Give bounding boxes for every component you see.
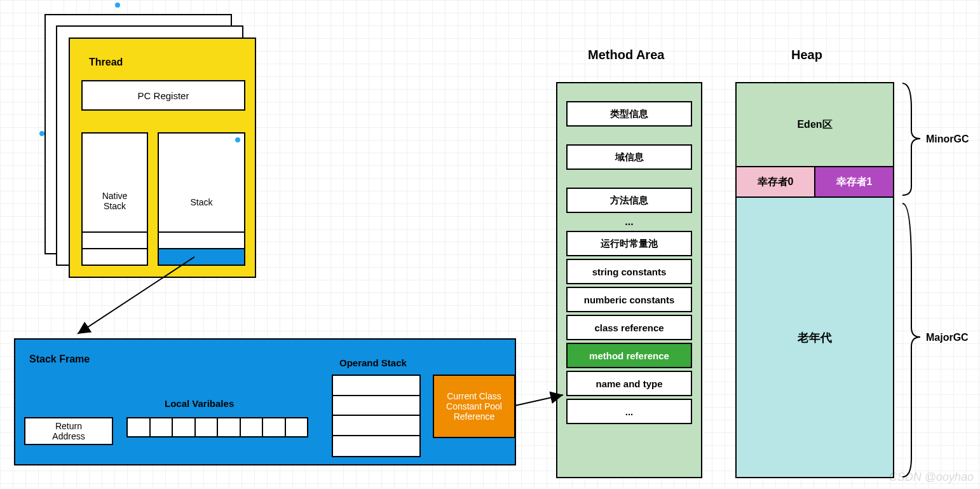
operand-stack-label: Operand Stack bbox=[339, 357, 407, 368]
watermark: CSDN @ooyhao bbox=[889, 471, 974, 484]
pc-register-box: PC Register bbox=[81, 80, 245, 111]
old-generation: 老年代 bbox=[737, 196, 893, 477]
current-class-constant-pool-ref-box: Current Class Constant Pool Reference bbox=[433, 375, 515, 438]
method-area-box: 类型信息 域信息 方法信息 ... 运行时常量池 string constant… bbox=[556, 82, 702, 478]
method-area-title: Method Area bbox=[588, 48, 664, 62]
heap-box: Eden区 幸存者0 幸存者1 老年代 bbox=[735, 82, 894, 478]
survivor-1: 幸存者1 bbox=[815, 166, 893, 196]
vm-stack-box: Stack bbox=[158, 132, 245, 266]
native-stack-box: NativeStack bbox=[81, 132, 148, 266]
vm-stack-row bbox=[159, 231, 244, 248]
method-area-item: 类型信息 bbox=[566, 101, 692, 127]
method-area-item: name and type bbox=[566, 371, 692, 396]
method-area-item: ... bbox=[566, 399, 692, 424]
local-variables-label: Local Varibales bbox=[165, 398, 234, 409]
thread-box: Thread PC Register NativeStack Stack bbox=[69, 38, 256, 278]
vm-stack-row-active bbox=[159, 248, 244, 265]
survivor-0: 幸存者0 bbox=[737, 166, 815, 196]
method-area-dots: ... bbox=[557, 213, 701, 231]
vm-stack-label: Stack bbox=[159, 197, 244, 207]
native-stack-label: NativeStack bbox=[83, 191, 147, 211]
method-area-item: 运行时常量池 bbox=[566, 231, 692, 256]
native-stack-row bbox=[83, 248, 147, 265]
minor-gc-label: MinorGC bbox=[926, 134, 969, 145]
eden-region: Eden区 bbox=[737, 83, 893, 166]
stack-frame-box: Stack Frame ReturnAddress Local Varibale… bbox=[14, 338, 516, 465]
survivor-row: 幸存者0 幸存者1 bbox=[737, 166, 893, 196]
selection-handle bbox=[39, 131, 44, 136]
method-area-item: 域信息 bbox=[566, 144, 692, 170]
method-area-item-highlight: method reference bbox=[566, 343, 692, 368]
method-area-item: string constants bbox=[566, 259, 692, 284]
method-area-item: 方法信息 bbox=[566, 188, 692, 213]
major-gc-label: MajorGC bbox=[926, 332, 969, 343]
native-stack-row bbox=[83, 231, 147, 248]
method-area-item: numberic constants bbox=[566, 287, 692, 312]
stack-frame-title: Stack Frame bbox=[29, 354, 90, 365]
selection-handle bbox=[115, 3, 120, 8]
thread-title: Thread bbox=[89, 57, 123, 68]
operand-stack-box bbox=[332, 375, 421, 457]
return-address-box: ReturnAddress bbox=[24, 417, 113, 445]
selection-handle bbox=[235, 137, 240, 142]
heap-title: Heap bbox=[791, 48, 822, 62]
local-variables-cells bbox=[126, 417, 308, 437]
method-area-item: class reference bbox=[566, 315, 692, 340]
